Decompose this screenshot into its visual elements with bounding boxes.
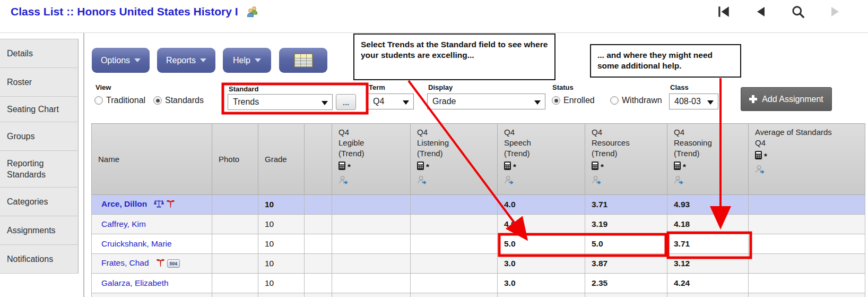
score-cell-listening[interactable]	[411, 254, 498, 274]
student-link[interactable]: Frates, Chad	[101, 258, 149, 267]
score-cell-listening[interactable]	[411, 234, 498, 254]
col-header-q4-listening[interactable]: Q4 Listening (Trend) *	[411, 124, 498, 195]
score-cell-reasoning[interactable]: 3.12	[667, 254, 749, 274]
col-header-name[interactable]: Name	[92, 124, 212, 195]
score-cell-resources[interactable]: 5.0	[585, 234, 667, 254]
student-link[interactable]: Cruickshank, Marie	[101, 239, 172, 248]
sidebar: Details Roster Seating Chart Groups Repo…	[0, 33, 79, 297]
first-record-icon[interactable]	[716, 4, 731, 19]
standard-more-button[interactable]: ...	[336, 94, 356, 110]
sidebar-item-details[interactable]: Details	[0, 39, 79, 68]
score-cell-legible[interactable]	[332, 234, 411, 254]
reports-button[interactable]: Reports	[157, 48, 215, 73]
col-header-grade[interactable]: Grade	[258, 124, 305, 195]
sidebar-item-assignments[interactable]: Assignments	[0, 216, 79, 245]
student-link[interactable]: Galarza, Elizabeth	[101, 278, 169, 287]
photo-cell	[212, 195, 258, 215]
medical-alert-icon[interactable]	[166, 199, 175, 210]
sidebar-item-categories[interactable]: Categories	[0, 188, 79, 216]
table-row: Arce, Dillon 10 4.0 3.71 4.93	[92, 195, 865, 215]
legal-alert-icon[interactable]	[154, 199, 164, 210]
score-cell-reasoning[interactable]: 4.24	[667, 274, 749, 293]
score-cell-speech[interactable]: 5.0	[498, 234, 585, 254]
class-select[interactable]: 408-03	[669, 94, 718, 109]
term-select[interactable]: Q4	[368, 94, 414, 109]
score-cell-legible[interactable]	[332, 274, 411, 293]
col-header-spacer	[305, 124, 332, 195]
score-cell-speech[interactable]: 4.0	[498, 195, 585, 215]
score-cell-speech[interactable]: 4.0	[498, 215, 585, 234]
calculator-icon	[674, 162, 681, 172]
sidebar-item-reporting-standards[interactable]: Reporting Standards	[0, 151, 79, 188]
score-cell-listening[interactable]	[411, 215, 498, 234]
plan-504-icon[interactable]: 504	[167, 259, 180, 268]
sidebar-item-roster[interactable]: Roster	[0, 68, 79, 97]
spacer-cell	[305, 234, 332, 254]
standards-detail-icon[interactable]	[417, 175, 494, 186]
display-label: Display	[428, 83, 453, 91]
view-radio-traditional[interactable]: Traditional	[94, 96, 145, 105]
standards-detail-icon[interactable]	[338, 175, 407, 186]
grade-cell: 10	[258, 254, 305, 274]
status-radio-enrolled[interactable]: Enrolled	[552, 96, 595, 105]
student-link[interactable]: Arce, Dillon	[101, 199, 147, 208]
score-cell-reasoning[interactable]: 3.71	[667, 234, 749, 254]
view-radio-standards[interactable]: Standards	[153, 96, 204, 105]
plus-icon	[749, 95, 757, 103]
col-header-photo[interactable]: Photo	[212, 124, 258, 195]
help-button[interactable]: Help	[223, 48, 271, 73]
sidebar-item-seating-chart[interactable]: Seating Chart	[0, 97, 79, 122]
scoresheet-grid-button[interactable]	[279, 48, 327, 73]
score-cell-average[interactable]	[749, 215, 865, 234]
display-select[interactable]: Grade	[427, 94, 545, 109]
medical-alert-icon[interactable]	[156, 258, 165, 269]
next-record-icon[interactable]	[828, 4, 843, 19]
standards-detail-icon[interactable]	[504, 175, 581, 186]
score-cell-average[interactable]	[749, 254, 865, 274]
score-cell-legible[interactable]	[332, 215, 411, 234]
score-cell-resources[interactable]: 2.35	[585, 274, 667, 293]
col-header-q4-legible[interactable]: Q4 Legible (Trend) *	[332, 124, 411, 195]
score-cell-average[interactable]	[749, 234, 865, 254]
score-cell-listening[interactable]	[411, 274, 498, 293]
standard-label: Standard	[229, 85, 258, 93]
chevron-down-icon	[134, 58, 141, 62]
score-cell-speech[interactable]: 3.0	[498, 254, 585, 274]
score-cell-average[interactable]	[749, 274, 865, 293]
photo-cell	[212, 274, 258, 293]
options-button[interactable]: Options	[92, 48, 150, 73]
standards-detail-icon[interactable]	[755, 165, 862, 176]
student-link[interactable]: Caffrey, Kim	[101, 219, 146, 228]
add-assignment-button[interactable]: Add Assignment	[741, 87, 832, 111]
sidebar-item-notifications[interactable]: Notifications	[0, 245, 79, 274]
previous-record-icon[interactable]	[753, 4, 768, 19]
standards-detail-icon[interactable]	[674, 175, 745, 186]
search-icon[interactable]	[791, 4, 805, 19]
page-title-course: Honors United States History I	[77, 5, 238, 18]
col-header-q4-resources[interactable]: Q4 Resources (Trend) *	[585, 124, 667, 195]
score-cell-legible[interactable]	[332, 195, 411, 215]
status-radio-withdrawn[interactable]: Withdrawn	[610, 96, 662, 105]
sidebar-item-groups[interactable]: Groups	[0, 122, 79, 151]
col-header-q4-speech[interactable]: Q4 Speech (Trend) *	[498, 124, 585, 195]
score-cell-resources[interactable]: 3.87	[585, 254, 667, 274]
callout-additional-help: ... and where they might need some addit…	[590, 44, 741, 78]
standards-detail-icon[interactable]	[592, 175, 664, 186]
score-cell-resources[interactable]: 3.19	[585, 215, 667, 234]
standard-select[interactable]: Trends	[228, 94, 333, 110]
score-cell-listening[interactable]	[411, 195, 498, 215]
callout-excelling: Select Trends at the Standard field to s…	[353, 33, 555, 80]
photo-cell	[212, 215, 258, 234]
score-cell-resources[interactable]: 3.71	[585, 195, 667, 215]
radio-checked-icon	[153, 96, 162, 105]
score-cell-average[interactable]	[749, 195, 865, 215]
score-cell-legible[interactable]	[332, 254, 411, 274]
col-header-average-of-standards[interactable]: Average of Standards Q4 *	[749, 124, 865, 195]
score-cell-speech[interactable]: 3.0	[498, 274, 585, 293]
calculator-icon	[504, 162, 511, 172]
score-cell-reasoning[interactable]: 4.18	[667, 215, 749, 234]
score-cell-reasoning[interactable]: 4.93	[667, 195, 749, 215]
record-navigation	[716, 4, 843, 19]
top-bar: Class List::Honors United States History…	[0, 0, 868, 33]
col-header-q4-reasoning[interactable]: Q4 Reasoning (Trend) *	[667, 124, 749, 195]
